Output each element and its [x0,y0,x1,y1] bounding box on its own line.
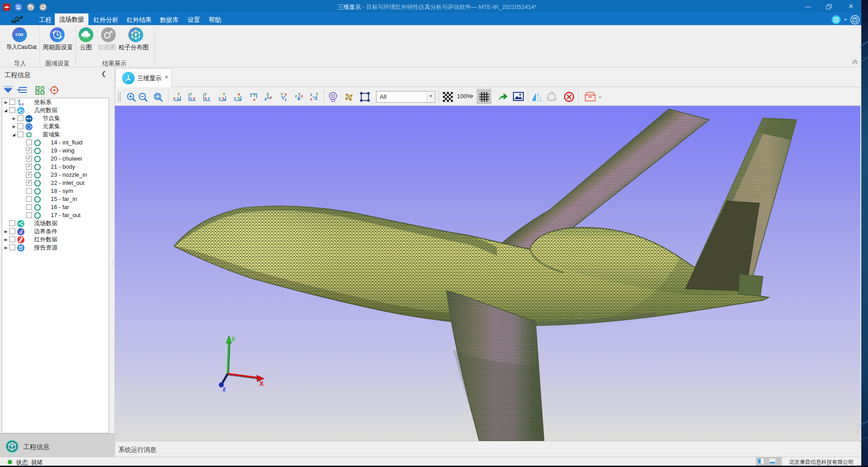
svg-text:z: z [295,94,297,98]
svg-text:x: x [270,95,272,100]
svg-text:x: x [173,96,175,100]
svg-text:X: X [259,380,264,387]
svg-text:x: x [253,97,255,101]
svg-text:z: z [190,96,192,100]
svg-text:y: y [232,335,235,341]
svg-text:x: x [222,96,224,100]
svg-text:Y: Y [281,92,283,96]
svg-text:x: x [22,102,24,105]
svg-text:Y: Y [266,92,269,96]
svg-text:x: x [301,94,303,98]
svg-text:x: x [205,96,207,100]
svg-text:z: z [285,97,287,101]
svg-text:x: x [193,96,195,100]
svg-text:Y: Y [316,92,318,96]
svg-text:z: z [234,96,236,100]
svg-text:z: z [177,96,179,100]
svg-text:z: z [250,93,252,98]
svg-text:x: x [285,92,287,96]
svg-text:z: z [219,96,221,100]
svg-text:z: z [19,102,21,105]
svg-text:x: x [310,97,312,101]
svg-text:z: z [208,96,210,100]
svg-text:z: z [310,92,312,97]
svg-text:z: z [223,385,226,393]
